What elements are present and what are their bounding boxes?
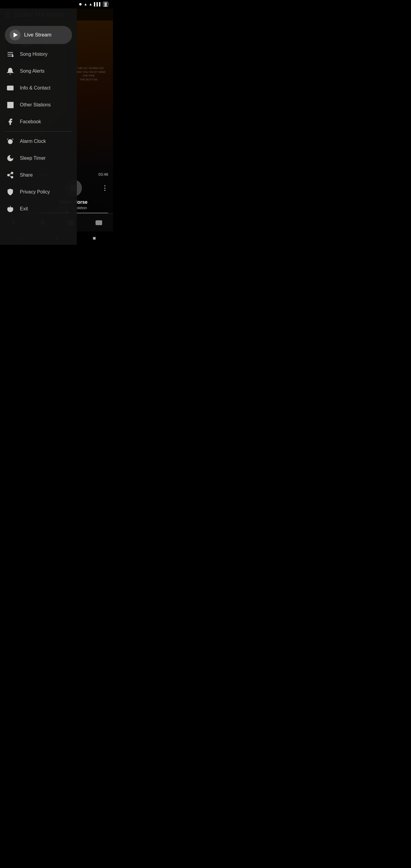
exit-label: Exit bbox=[20, 206, 28, 212]
menu-item-alarm-clock[interactable]: Alarm Clock bbox=[0, 133, 77, 150]
facebook-label: Facebook bbox=[20, 119, 41, 124]
svg-rect-21 bbox=[10, 104, 11, 106]
record-icon: ⏺ bbox=[78, 2, 82, 6]
power-icon bbox=[6, 205, 14, 213]
svg-point-29 bbox=[11, 172, 13, 174]
svg-point-11 bbox=[12, 55, 13, 57]
svg-rect-23 bbox=[7, 106, 9, 108]
menu-item-song-history[interactable]: Song History bbox=[0, 46, 77, 63]
menu-item-privacy-policy[interactable]: Privacy Policy bbox=[0, 184, 77, 200]
menu-item-sleep-timer[interactable]: Sleep Timer bbox=[0, 150, 77, 167]
menu-item-other-stations[interactable]: Other Stations bbox=[0, 96, 77, 113]
svg-point-30 bbox=[7, 174, 9, 176]
facebook-icon bbox=[6, 118, 14, 126]
svg-point-46 bbox=[97, 222, 98, 224]
play-circle-icon bbox=[10, 30, 21, 40]
alarm-clock-icon bbox=[6, 137, 14, 146]
other-stations-label: Other Stations bbox=[20, 102, 51, 107]
drawer-header-spacer bbox=[0, 8, 77, 23]
menu-item-facebook[interactable]: Facebook bbox=[0, 113, 77, 130]
menu-item-song-alerts[interactable]: Song Alerts bbox=[0, 63, 77, 80]
svg-rect-25 bbox=[12, 106, 13, 108]
info-contact-label: Info & Contact bbox=[20, 85, 50, 91]
more-options-button[interactable]: ⋮ bbox=[101, 184, 108, 192]
live-stream-button[interactable]: Live Stream bbox=[5, 26, 72, 44]
battery-icon: ▓ bbox=[103, 2, 108, 7]
svg-line-27 bbox=[7, 138, 8, 140]
svg-rect-19 bbox=[12, 102, 13, 104]
live-stream-label: Live Stream bbox=[24, 32, 52, 38]
menu-item-info-contact[interactable]: Info & Contact bbox=[0, 80, 77, 96]
id-card-icon bbox=[6, 84, 14, 92]
song-alerts-label: Song Alerts bbox=[20, 68, 44, 74]
status-icons: ⏺ ▲ ▲ ▌▌▌ ▓ bbox=[78, 2, 108, 7]
sleep-timer-label: Sleep Timer bbox=[20, 156, 45, 161]
svg-point-31 bbox=[11, 176, 13, 178]
divider-1 bbox=[5, 131, 72, 132]
svg-line-32 bbox=[9, 176, 11, 177]
svg-rect-18 bbox=[10, 102, 11, 104]
svg-rect-20 bbox=[7, 104, 9, 106]
svg-line-28 bbox=[12, 138, 13, 140]
menu-item-share[interactable]: Share bbox=[0, 167, 77, 184]
bell-icon bbox=[6, 67, 14, 75]
grid-icon bbox=[6, 101, 14, 109]
alarm-clock-label: Alarm Clock bbox=[20, 138, 46, 144]
navigation-drawer: Live Stream Song History Song Alerts bbox=[0, 0, 77, 245]
svg-point-14 bbox=[8, 87, 10, 89]
play-triangle-icon bbox=[13, 33, 18, 37]
svg-rect-22 bbox=[12, 104, 13, 106]
location-icon: ▲ bbox=[84, 2, 87, 6]
svg-rect-24 bbox=[10, 106, 11, 108]
svg-line-33 bbox=[9, 174, 11, 175]
menu-item-exit[interactable]: Exit bbox=[0, 200, 77, 217]
nav-id-icon bbox=[95, 219, 102, 226]
moon-icon bbox=[6, 154, 14, 162]
song-history-label: Song History bbox=[20, 52, 48, 57]
time-total: 03:46 bbox=[98, 172, 108, 177]
shield-icon bbox=[6, 188, 14, 196]
wifi-icon: ▲ bbox=[89, 2, 93, 6]
nav-info[interactable] bbox=[95, 219, 102, 226]
share-label: Share bbox=[20, 173, 33, 178]
drawer-status-spacer bbox=[0, 0, 77, 8]
share-icon bbox=[6, 171, 14, 179]
recent-button[interactable]: ■ bbox=[93, 235, 96, 241]
signal-icon: ▌▌▌ bbox=[94, 2, 102, 6]
privacy-policy-label: Privacy Policy bbox=[20, 189, 50, 195]
svg-rect-17 bbox=[7, 102, 9, 104]
song-history-icon bbox=[6, 50, 14, 59]
